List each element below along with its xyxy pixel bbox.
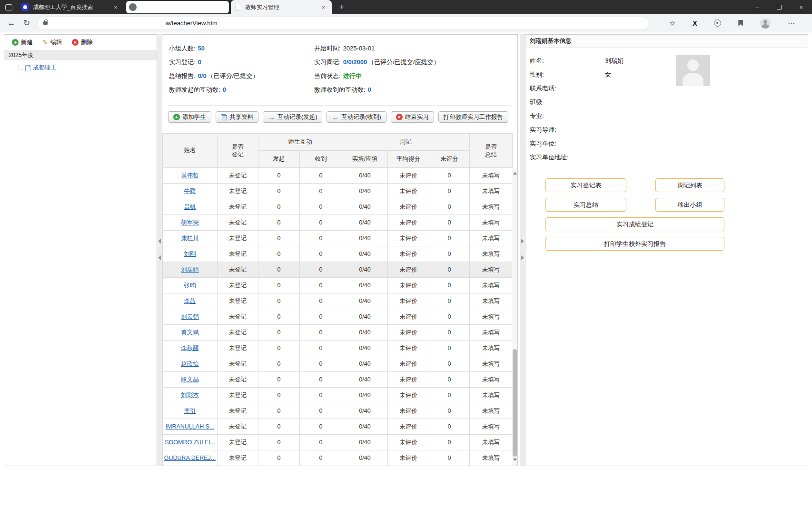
table-row[interactable]: 刘云鹤 未登记 0 0 0/40 未评价 0 未填写 <box>163 309 513 325</box>
end-practice-button[interactable]: × 结束实习 <box>391 111 434 123</box>
refresh-button[interactable]: ↻ <box>19 16 34 30</box>
stat-value[interactable]: 0/0/2000 <box>343 58 367 66</box>
print-teacher-report-button[interactable]: 打印教师实习工作报告 <box>438 111 508 123</box>
collapse-right-icon[interactable] <box>521 239 524 244</box>
address-bar[interactable]: w/teacherView.htm <box>37 17 649 30</box>
weekly-filled: 0/40 <box>342 325 388 341</box>
tree-year-node[interactable]: 2025年度 <box>4 50 157 60</box>
table-row[interactable]: 吴伟哲 未登记 0 0 0/40 未评价 0 未填写 <box>163 168 513 184</box>
interaction-initiated-button[interactable]: → 互动记录(发起) <box>263 111 322 123</box>
student-name-link[interactable]: IMRANULLAH S... <box>166 423 215 430</box>
table-row[interactable]: 刘彩杰 未登记 0 0 0/40 未评价 0 未填写 <box>163 388 513 403</box>
weekly-avg: 未评价 <box>388 325 429 341</box>
student-name-link[interactable]: 吴伟哲 <box>181 172 199 179</box>
tab-baidu-search[interactable]: 成都理工大学_百度搜索 × <box>17 0 124 14</box>
tab-actions-icon[interactable] <box>5 4 12 10</box>
collapse-left-icon[interactable] <box>158 239 161 244</box>
favorite-star-icon[interactable]: ☆ <box>669 19 675 28</box>
stat-value[interactable]: 50 <box>198 45 205 52</box>
weekly-list-button[interactable]: 周记列表 <box>655 178 724 192</box>
edit-button[interactable]: ✎ 编辑 <box>42 39 62 47</box>
left-splitter[interactable] <box>157 34 162 466</box>
table-row[interactable]: IMRANULLAH S... 未登记 0 0 0/40 未评价 0 未填写 <box>163 419 513 435</box>
minimize-button[interactable]: – <box>746 0 768 14</box>
field-label: 专业: <box>530 112 605 120</box>
table-row[interactable]: 李秋醒 未登记 0 0 0/40 未评价 0 未填写 <box>163 341 513 356</box>
new-button[interactable]: + 新建 <box>12 39 33 47</box>
tab-close-icon[interactable]: × <box>319 4 327 11</box>
practice-summary-button[interactable]: 实习总结 <box>545 198 626 212</box>
tab-title: 教师实习管理 <box>245 3 316 11</box>
close-window-button[interactable]: × <box>790 0 812 14</box>
share-materials-button[interactable]: 共享资料 <box>216 111 258 123</box>
table-row[interactable]: 李引 未登记 0 0 0/40 未评价 0 未填写 <box>163 403 513 419</box>
x-logo-icon[interactable]: X <box>693 20 697 27</box>
copilot-icon[interactable] <box>714 20 721 27</box>
received-count: 0 <box>300 372 342 388</box>
table-row[interactable]: GUDURA DEREJ... 未登记 0 0 0/40 未评价 0 未填写 <box>163 450 513 466</box>
student-name-link[interactable]: 段文晶 <box>181 376 199 383</box>
student-name-link[interactable]: SOOMRO ZULFI... <box>165 439 215 446</box>
tree-group-node[interactable]: 成都理工 <box>19 64 157 72</box>
table-row[interactable]: 李茜 未登记 0 0 0/40 未评价 0 未填写 <box>163 293 513 309</box>
status-badge: 进行中 <box>343 72 362 79</box>
table-row[interactable]: 刘瑞娟 未登记 0 0 0/40 未评价 0 未填写 <box>163 262 513 278</box>
favorites-bar-icon[interactable] <box>738 20 743 26</box>
tab-teacher-practice[interactable]: 教师实习管理 × <box>231 0 332 14</box>
tab-redacted[interactable] <box>126 1 229 13</box>
grade-register-button[interactable]: 实习成绩登记 <box>545 217 724 231</box>
table-row[interactable]: 刘刚 未登记 0 0 0/40 未评价 0 未填写 <box>163 246 513 262</box>
student-name-link[interactable]: 赵欣怡 <box>181 361 199 367</box>
table-row[interactable]: 吕帆 未登记 0 0 0/40 未评价 0 未填写 <box>163 199 513 215</box>
scrollbar-thumb[interactable] <box>513 349 517 457</box>
stat-value[interactable]: 0 <box>198 58 201 66</box>
table-row[interactable]: 段文晶 未登记 0 0 0/40 未评价 0 未填写 <box>163 372 513 388</box>
student-name-link[interactable]: 李引 <box>184 408 196 414</box>
student-name-link[interactable]: 刘瑞娟 <box>181 266 199 273</box>
student-name-link[interactable]: GUDURA DEREJ... <box>164 455 216 461</box>
student-name-link[interactable]: 吕帆 <box>184 204 196 210</box>
table-row[interactable]: 赵欣怡 未登记 0 0 0/40 未评价 0 未填写 <box>163 356 513 372</box>
more-menu-icon[interactable]: ⋯ <box>788 19 795 28</box>
student-name-link[interactable]: 李秋醒 <box>181 345 199 351</box>
table-scrollbar[interactable] <box>512 168 517 466</box>
student-name-link[interactable]: 胡军亮 <box>181 219 199 226</box>
table-row[interactable]: 牛腾 未登记 0 0 0/40 未评价 0 未填写 <box>163 184 513 199</box>
student-name-link[interactable]: 康桂川 <box>181 235 199 242</box>
add-student-button[interactable]: + 添加学生 <box>168 111 211 123</box>
remove-from-group-button[interactable]: 移出小组 <box>655 198 724 212</box>
maximize-button[interactable] <box>768 0 790 14</box>
student-name-link[interactable]: 李茜 <box>184 298 196 304</box>
stat-value[interactable]: 0 <box>223 86 226 93</box>
collapse-left-icon[interactable] <box>158 255 161 260</box>
right-splitter[interactable] <box>520 34 525 466</box>
delete-button[interactable]: × 删除 <box>72 39 93 47</box>
nav-icon-cluster: ☆ X ⋯ <box>652 14 812 32</box>
collapse-right-icon[interactable] <box>521 255 524 260</box>
print-student-report-button[interactable]: 打印学生校外实习报告 <box>545 237 724 251</box>
redacted-favicon <box>129 3 137 11</box>
stat-value[interactable]: 0 <box>368 86 371 93</box>
profile-avatar[interactable] <box>760 18 771 29</box>
table-row[interactable]: 胡军亮 未登记 0 0 0/40 未评价 0 未填写 <box>163 215 513 231</box>
scroll-up-icon[interactable] <box>513 172 517 175</box>
table-row[interactable]: SOOMRO ZULFI... 未登记 0 0 0/40 未评价 0 未填写 <box>163 435 513 450</box>
scroll-down-icon[interactable] <box>513 458 517 461</box>
student-name-link[interactable]: 刘云鹤 <box>181 313 199 320</box>
student-name-link[interactable]: 刘彩杰 <box>181 392 199 399</box>
student-name-link[interactable]: 张昀 <box>184 282 196 289</box>
interaction-received-button[interactable]: ← 互动记录(收到) <box>327 111 386 123</box>
table-row[interactable]: 张昀 未登记 0 0 0/40 未评价 0 未填写 <box>163 278 513 293</box>
back-button[interactable]: ← <box>4 16 19 30</box>
stat-value: 2025-03-01 <box>343 45 375 52</box>
table-row[interactable]: 康桂川 未登记 0 0 0/40 未评价 0 未填写 <box>163 231 513 246</box>
stat-value[interactable]: 0/0 <box>198 72 207 79</box>
new-tab-button[interactable]: + <box>336 1 348 13</box>
practice-register-button[interactable]: 实习登记表 <box>545 178 626 192</box>
table-row[interactable]: 黄文斌 未登记 0 0 0/40 未评价 0 未填写 <box>163 325 513 341</box>
tab-close-icon[interactable]: × <box>112 4 119 11</box>
student-name-link[interactable]: 牛腾 <box>184 188 196 195</box>
student-name-link[interactable]: 黄文斌 <box>181 329 199 336</box>
student-name-link[interactable]: 刘刚 <box>184 251 196 257</box>
register-status: 未登记 <box>218 309 258 325</box>
